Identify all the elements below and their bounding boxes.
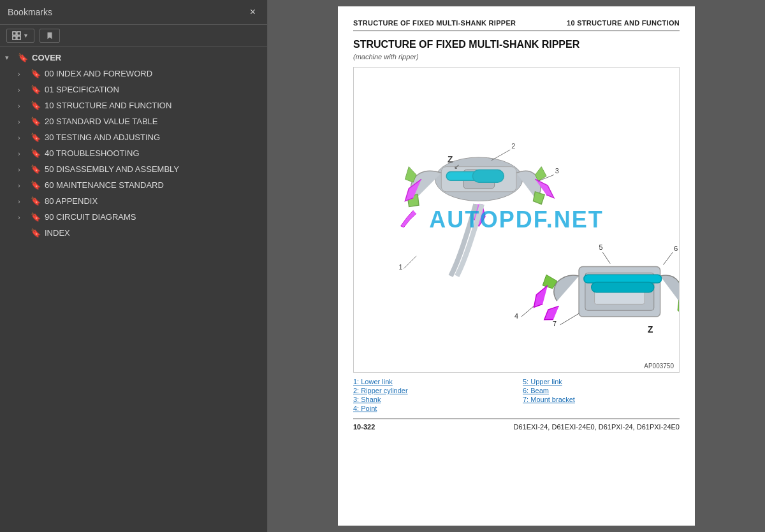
svg-line-23: [560, 313, 579, 325]
chevron-right-icon-30: ›: [18, 134, 28, 141]
svg-text:2: 2: [511, 142, 515, 150]
chevron-right-icon-90: ›: [18, 213, 28, 221]
expand-all-button[interactable]: ▼: [6, 29, 34, 43]
page-footer: 10-322 D61EXI-24, D61EXI-24E0, D61PXI-24…: [353, 419, 680, 431]
watermark: AUTOPDF.NET: [429, 206, 603, 233]
bookmark-item-01[interactable]: › 🔖 01 SPECIFICATION: [0, 82, 267, 97]
bookmark-label-60: 60 MAINTENANCE STANDARD: [45, 180, 164, 190]
bookmark-label-10: 10 STRUCTURE AND FUNCTION: [45, 101, 171, 110]
bookmark-item-80[interactable]: › 🔖 80 APPENDIX: [0, 193, 267, 209]
svg-rect-2: [13, 36, 16, 40]
bookmark-icon-01: 🔖: [31, 85, 41, 94]
page-header-left: STRUCTURE OF FIXED MULTI-SHANK RIPPER: [353, 19, 516, 27]
svg-text:6: 6: [674, 245, 678, 252]
bookmark-icon-40: 🔖: [31, 148, 41, 158]
diagram-container: AUTOPDF.NET: [353, 67, 680, 373]
bookmark-item-20[interactable]: › 🔖 20 STANDARD VALUE TABLE: [0, 113, 267, 129]
bookmark-options-button[interactable]: [40, 29, 60, 43]
legend-num-1: 1: Lower link: [353, 378, 393, 385]
bookmark-item-40[interactable]: › 🔖 40 TROUBLESHOOTING: [0, 145, 267, 161]
legend-item-5: 5: Upper link: [523, 378, 680, 385]
close-button[interactable]: ×: [246, 5, 259, 19]
chevron-right-icon-00: ›: [18, 70, 28, 78]
bookmark-icon-00: 🔖: [31, 69, 41, 78]
chevron-right-icon-20: ›: [18, 118, 28, 126]
svg-rect-3: [17, 36, 20, 40]
legend-item-1: 1: Lower link: [353, 378, 510, 385]
svg-line-29: [521, 306, 534, 317]
bookmark-icon-80: 🔖: [31, 196, 41, 206]
svg-text:↙: ↙: [454, 162, 460, 170]
bookmark-item-10[interactable]: › 🔖 10 STRUCTURE AND FUNCTION: [0, 97, 267, 113]
bookmark-item-60[interactable]: › 🔖 60 MAINTENANCE STANDARD: [0, 177, 267, 193]
bookmark-label-80: 80 APPENDIX: [45, 196, 98, 206]
chevron-right-icon-10: ›: [18, 102, 28, 110]
bookmark-label-40: 40 TROUBLESHOOTING: [45, 148, 140, 158]
expand-dropdown-arrow: ▼: [23, 32, 29, 39]
legend: 1: Lower link 5: Upper link 2: Ripper cy…: [353, 378, 680, 412]
legend-num-7: 7: Mount bracket: [523, 396, 575, 403]
legend-item-7: 7: Mount bracket: [523, 396, 680, 403]
document-title: STRUCTURE OF FIXED MULTI-SHANK RIPPER: [353, 39, 680, 50]
legend-num-4: 4: Point: [353, 405, 377, 412]
sidebar: Bookmarks × ▼ ▾ 🔖 COVER › 🔖: [0, 0, 268, 532]
document-subtitle: (machine with ripper): [353, 53, 680, 61]
bookmark-label-90: 90 CIRCUIT DIAGRAMS: [45, 212, 136, 222]
main-content: STRUCTURE OF FIXED MULTI-SHANK RIPPER 10…: [268, 0, 765, 532]
legend-item-6: 6: Beam: [523, 387, 680, 394]
bookmark-icon-50: 🔖: [31, 164, 41, 174]
bookmark-item-index[interactable]: › 🔖 INDEX: [0, 225, 267, 241]
chevron-right-icon-01: ›: [18, 86, 28, 94]
bookmark-icon-30: 🔖: [31, 133, 41, 142]
legend-num-6: 6: Beam: [523, 387, 549, 394]
chevron-down-icon: ▾: [5, 54, 15, 62]
svg-line-15: [404, 256, 416, 269]
page-header: STRUCTURE OF FIXED MULTI-SHANK RIPPER 10…: [353, 19, 680, 31]
bookmark-item-cover[interactable]: ▾ 🔖 COVER: [0, 50, 267, 66]
svg-rect-0: [13, 32, 16, 35]
bookmark-icon: [45, 31, 54, 40]
legend-num-2: 2: Ripper cylinder: [353, 387, 408, 394]
svg-text:3: 3: [555, 167, 559, 175]
svg-rect-20: [584, 275, 662, 283]
svg-text:Z: Z: [448, 155, 453, 164]
svg-line-11: [492, 150, 510, 161]
bookmark-item-50[interactable]: › 🔖 50 DISASSEMBLY AND ASSEMBLY: [0, 161, 267, 177]
bookmark-icon-20: 🔖: [31, 117, 41, 126]
bookmark-icon-60: 🔖: [31, 180, 41, 190]
svg-rect-1: [17, 32, 20, 35]
bookmark-label-01: 01 SPECIFICATION: [45, 85, 119, 94]
svg-text:5: 5: [599, 243, 602, 251]
bookmark-item-90[interactable]: › 🔖 90 CIRCUIT DIAGRAMS: [0, 209, 267, 225]
bookmark-label-20: 20 STANDARD VALUE TABLE: [45, 117, 158, 126]
bookmark-icon-index: 🔖: [31, 228, 41, 238]
bookmark-label-30: 30 TESTING AND ADJUSTING: [45, 133, 160, 142]
svg-text:7: 7: [553, 320, 557, 327]
svg-text:1: 1: [399, 263, 403, 271]
svg-line-27: [663, 252, 673, 265]
page-number: 10-322: [353, 423, 375, 431]
expand-icon: [12, 31, 21, 40]
chevron-right-icon-40: ›: [18, 150, 28, 157]
bookmark-icon-10: 🔖: [31, 101, 41, 110]
bookmark-label-50: 50 DISASSEMBLY AND ASSEMBLY: [45, 164, 179, 174]
sidebar-header: Bookmarks ×: [0, 0, 267, 25]
bookmark-label-cover: COVER: [32, 53, 61, 62]
legend-item-4: 4: Point: [353, 405, 510, 412]
page-header-right: 10 STRUCTURE AND FUNCTION: [567, 19, 680, 27]
svg-rect-8: [472, 170, 504, 183]
chevron-right-icon-80: ›: [18, 198, 28, 205]
svg-rect-21: [592, 282, 654, 292]
bookmark-label-00: 00 INDEX AND FOREWORD: [45, 69, 152, 78]
sidebar-title: Bookmarks: [8, 7, 52, 17]
legend-item-2: 2: Ripper cylinder: [353, 387, 510, 394]
bookmark-item-30[interactable]: › 🔖 30 TESTING AND ADJUSTING: [0, 129, 267, 145]
legend-item-empty: [523, 405, 680, 412]
svg-text:4: 4: [514, 312, 518, 320]
image-code: AP003750: [644, 363, 674, 370]
model-number: D61EXI-24, D61EXI-24E0, D61PXI-24, D61PX…: [514, 423, 680, 431]
bookmark-label-index: INDEX: [45, 228, 70, 238]
bookmark-list: ▾ 🔖 COVER › 🔖 00 INDEX AND FOREWORD › 🔖 …: [0, 47, 267, 532]
legend-item-3: 3: Shank: [353, 396, 510, 403]
bookmark-item-00[interactable]: › 🔖 00 INDEX AND FOREWORD: [0, 66, 267, 82]
